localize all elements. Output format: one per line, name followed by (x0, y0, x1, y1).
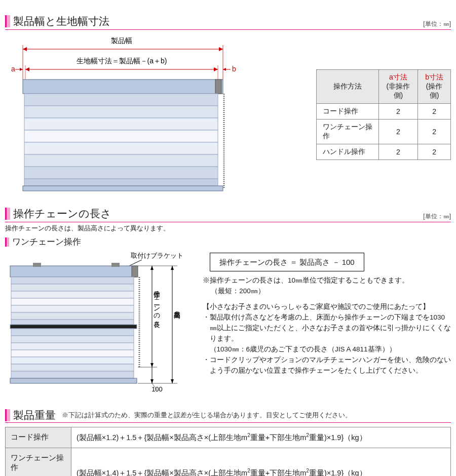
svg-rect-16 (24, 94, 218, 106)
fabric-formula-label: 生地幅寸法＝製品幅－(a＋b) (77, 57, 167, 65)
svg-rect-43 (11, 357, 134, 364)
svg-rect-38 (10, 325, 137, 329)
svg-rect-15 (215, 80, 221, 94)
weight-formula-1: (製品幅×1.2)＋1.5＋{製品幅×製品高さ×(上部生地m2重量+下部生地m2… (71, 427, 451, 448)
svg-rect-31 (11, 277, 134, 284)
svg-marker-11 (223, 68, 226, 71)
table-row: コード操作 2 2 (317, 104, 451, 120)
svg-marker-6 (25, 67, 29, 71)
svg-rect-33 (11, 291, 134, 298)
svg-line-26 (129, 260, 142, 266)
svg-rect-36 (11, 312, 134, 320)
chain-formula: 操作チェーンの長さ ＝ 製品高さ － 100 (210, 253, 364, 271)
table-row: ワンチェーン操作 (製品幅×1.4)＋1.5＋{製品幅×製品高さ×(上部生地m2… (6, 448, 451, 476)
svg-rect-17 (24, 106, 218, 118)
width-diagram: 製品幅 生地幅寸法＝製品幅－(a＋b) a b (5, 34, 301, 197)
svg-marker-53 (171, 266, 174, 270)
svg-marker-49 (150, 266, 154, 270)
section3-inline-note: ※下記は計算式のため、実際の重量と誤差が生じる場合があります。目安としてご使用く… (62, 411, 352, 420)
accent-bar-icon (5, 409, 10, 421)
svg-marker-54 (171, 379, 174, 383)
section2-text: 操作チェーンの長さ ＝ 製品高さ － 100 ※操作チェーンの長さは、10㎜単位… (203, 251, 451, 376)
chain-note1b: （最短：200㎜） (203, 286, 451, 297)
product-width-label: 製品幅 (111, 36, 132, 45)
a-label: a (11, 65, 15, 73)
chain-length-label: 操作チェーンの長さ (154, 286, 161, 328)
svg-marker-2 (219, 47, 223, 51)
weight-formula-2: (製品幅×1.4)＋1.5＋{製品幅×製品高さ×(上部生地m2重量+下部生地m2… (71, 448, 451, 476)
col-b: b寸法 (操作側) (418, 70, 451, 104)
safety-item1b: （1030㎜：6歳児のあご下までの長さ（JIS A 4811基準）） (203, 344, 451, 355)
svg-rect-29 (111, 263, 120, 267)
safety-title: 【小さなお子さまのいらっしゃるご家庭や施設でのご使用にあたって】 (203, 302, 451, 312)
svg-rect-39 (11, 329, 134, 336)
table-row: コード操作 (製品幅×1.2)＋1.5＋{製品幅×製品高さ×(上部生地m2重量+… (6, 427, 451, 448)
section3-title: 製品重量 (13, 408, 56, 422)
safety-item2: ・コードクリップやオプションのマルチチェーンハンガーを使い、危険のないよう手の届… (203, 355, 451, 376)
svg-marker-7 (214, 67, 218, 71)
section2-header: 操作チェーンの長さ [単位：㎜] (5, 207, 451, 222)
section2-intro: 操作チェーンの長さは、製品高さによって異なります。 (5, 224, 451, 233)
svg-rect-46 (10, 378, 137, 383)
bracket-label: 取付けブラケット (131, 252, 183, 259)
svg-rect-45 (11, 371, 134, 378)
svg-rect-32 (11, 284, 134, 291)
svg-rect-42 (11, 350, 134, 357)
divider (5, 422, 451, 423)
section2-title: 操作チェーンの長さ (13, 207, 111, 221)
section1-header: 製品幅と生地幅寸法 [単位：㎜] (5, 14, 451, 30)
unit-label: [単位：㎜] (423, 212, 451, 221)
safety-item1: ・製品取付け高さなどを考慮の上、床面から操作チェーンの下端までを1030㎜以上に… (203, 312, 451, 344)
svg-rect-27 (10, 266, 137, 277)
section3-header: 製品重量 ※下記は計算式のため、実際の重量と誤差が生じる場合があります。目安とし… (5, 408, 451, 423)
chain-note1: ※操作チェーンの長さは、10㎜単位で指定することもできます。 (203, 275, 451, 286)
svg-rect-18 (24, 118, 218, 130)
svg-rect-34 (11, 298, 134, 305)
svg-rect-40 (11, 336, 134, 343)
height-label: 製品高さ (174, 306, 181, 319)
gap-label: 100 (151, 385, 163, 393)
chain-length-diagram: 取付けブラケット (5, 251, 193, 399)
weight-table: コード操作 (製品幅×1.2)＋1.5＋{製品幅×製品高さ×(上部生地m2重量+… (5, 427, 451, 476)
svg-rect-28 (33, 263, 41, 267)
svg-rect-35 (11, 305, 134, 312)
svg-marker-58 (150, 379, 154, 383)
section2-subhead: ワンチェーン操作 (5, 236, 451, 248)
col-method: 操作方法 (317, 70, 379, 104)
unit-label: [単位：㎜] (423, 20, 451, 28)
svg-rect-22 (24, 167, 218, 179)
svg-marker-1 (23, 47, 27, 51)
svg-rect-41 (11, 343, 134, 350)
svg-rect-19 (24, 130, 218, 142)
svg-rect-24 (23, 186, 223, 191)
section1-title: 製品幅と生地幅寸法 (13, 14, 109, 28)
dimension-table: 操作方法 a寸法 (非操作側) b寸法 (操作側) コード操作 2 2 ワンチェ… (316, 69, 451, 160)
accent-bar-icon (5, 208, 10, 220)
svg-marker-50 (150, 363, 154, 367)
b-label: b (232, 65, 236, 73)
svg-rect-37 (11, 320, 134, 325)
svg-rect-14 (23, 80, 223, 94)
accent-bar-icon (5, 237, 9, 247)
svg-marker-9 (20, 68, 23, 71)
accent-bar-icon (5, 15, 10, 27)
svg-rect-20 (24, 142, 218, 154)
svg-rect-44 (11, 364, 134, 371)
svg-rect-30 (132, 266, 138, 277)
table-row: ハンドル操作 2 2 (317, 144, 451, 160)
table-row: ワンチェーン操作 2 2 (317, 120, 451, 144)
svg-rect-21 (24, 154, 218, 167)
col-a: a寸法 (非操作側) (378, 70, 417, 104)
